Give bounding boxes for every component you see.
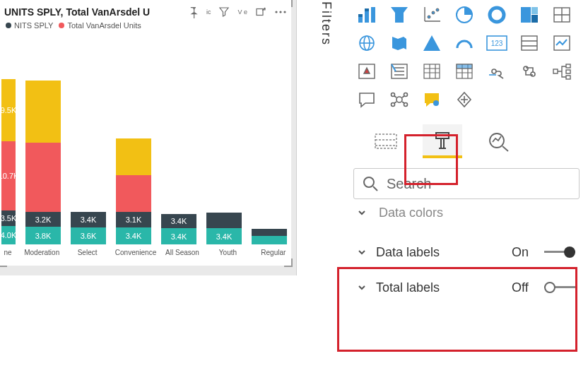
more-options-icon[interactable] [274, 6, 287, 18]
chevron-down-icon [358, 248, 368, 256]
viz-custom-icon[interactable] [451, 88, 478, 112]
svg-text:123: 123 [491, 40, 503, 47]
data-labels-toggle[interactable] [544, 247, 575, 257]
visual-title: UNITS SPLY, Total VanArsdel U [4, 6, 187, 18]
search-icon [363, 176, 378, 191]
bar-seg [25, 81, 61, 143]
viz-arcgis-icon[interactable] [418, 31, 445, 55]
fields-tab[interactable] [366, 124, 406, 158]
format-tab[interactable] [423, 124, 462, 158]
bar-seg: 3.4K [206, 228, 242, 244]
svg-point-47 [364, 177, 374, 187]
total-labels-toggle[interactable] [544, 283, 575, 292]
x-axis-label: Regular [256, 249, 291, 256]
bar-seg: 3.2K [25, 212, 61, 227]
svg-rect-0 [257, 9, 263, 16]
viz-multirow-card-icon[interactable] [516, 31, 543, 55]
viz-card-icon[interactable]: 123 [483, 31, 510, 55]
svg-point-41 [404, 93, 408, 97]
svg-point-33 [524, 66, 528, 71]
viz-stacked-bar-icon[interactable] [353, 3, 380, 27]
viz-qa-icon[interactable] [418, 88, 445, 112]
bar-seg [206, 213, 242, 228]
viz-comment-icon[interactable] [353, 88, 380, 112]
bar-seg [116, 138, 151, 175]
format-search[interactable]: Search [353, 168, 580, 199]
svg-point-39 [396, 97, 402, 102]
viz-slicer-icon[interactable] [386, 59, 413, 83]
svg-point-14 [490, 8, 504, 22]
svg-point-46 [490, 133, 504, 148]
bar-seg: 3.8K [25, 227, 61, 244]
bar-seg: 3.4K [161, 214, 196, 228]
svg-point-2 [279, 11, 281, 13]
svg-rect-8 [365, 8, 369, 11]
viz-table-icon[interactable] [418, 59, 445, 83]
pin-icon[interactable] [187, 6, 199, 18]
viz-map-icon[interactable] [548, 3, 575, 27]
svg-point-32 [492, 69, 496, 73]
visual-header: UNITS SPLY, Total VanArsdel U ic V e [0, 0, 291, 21]
bar-seg [25, 143, 61, 212]
viz-donut-icon[interactable] [483, 3, 510, 27]
svg-marker-21 [423, 35, 440, 51]
svg-rect-29 [424, 64, 440, 78]
svg-rect-4 [358, 17, 363, 23]
x-axis-label: Youth [210, 249, 245, 256]
svg-point-12 [436, 8, 439, 11]
svg-rect-31 [457, 64, 472, 69]
viz-filled-map-icon[interactable] [386, 31, 413, 55]
x-axis-label: Moderation [24, 249, 59, 256]
x-axis-label: Select [69, 249, 105, 256]
visualization-gallery: 123 [353, 3, 580, 112]
svg-point-10 [428, 16, 430, 18]
analytics-tab[interactable] [479, 124, 519, 158]
viz-globe-icon[interactable] [353, 31, 380, 55]
viz-gauge-icon[interactable] [451, 31, 478, 55]
svg-rect-5 [365, 11, 369, 23]
viz-funnel-icon[interactable] [386, 3, 413, 27]
chart-plot-area: 4.0K 3.5K 10.7K 9.5K 3.8K 3.2K 3.6K [0, 32, 286, 244]
svg-rect-36 [566, 64, 570, 68]
bar-seg: 4.0K [1, 226, 16, 244]
visual-legend: NITS SPLY Total VanArsdel Units [0, 21, 291, 30]
viz-key-influencer-icon[interactable] [386, 88, 413, 112]
stacked-column-visual[interactable]: UNITS SPLY, Total VanArsdel U ic V e [0, 0, 291, 266]
report-canvas: UNITS SPLY, Total VanArsdel U ic V e [0, 0, 297, 275]
svg-rect-35 [553, 69, 558, 73]
viz-scatter-icon[interactable] [418, 3, 445, 27]
svg-point-40 [392, 93, 395, 97]
svg-rect-15 [521, 7, 531, 23]
prop-total-labels[interactable]: Total labels Off [353, 270, 580, 305]
bar-seg [252, 229, 287, 236]
bar-seg: 3.4K [71, 212, 106, 227]
bar-seg [116, 175, 151, 212]
header-mini-1: ic [206, 9, 211, 16]
viz-kpi-icon[interactable] [548, 31, 575, 55]
viz-treemap-icon[interactable] [516, 3, 543, 27]
viz-pie-icon[interactable] [451, 3, 478, 27]
viz-r-icon[interactable] [483, 59, 510, 83]
filters-pane-label[interactable]: Filters [305, 0, 334, 106]
svg-point-11 [432, 11, 435, 14]
focus-mode-icon[interactable] [254, 6, 267, 18]
svg-point-34 [531, 72, 535, 76]
svg-marker-9 [391, 7, 408, 23]
prop-data-labels[interactable]: Data labels On [353, 235, 580, 270]
bar-seg: 3.1K [116, 212, 151, 227]
prop-data-colors[interactable]: Data colors [353, 205, 580, 220]
bar-seg: 10.7K [1, 141, 16, 210]
viz-matrix-icon[interactable] [451, 59, 478, 83]
viz-py-icon[interactable] [516, 59, 543, 83]
bar-seg: 3.6K [71, 227, 106, 244]
header-mini-2: V e [237, 9, 247, 16]
viz-kpi2-icon[interactable] [353, 59, 380, 83]
pane-tabs [366, 124, 580, 158]
svg-rect-17 [531, 15, 538, 23]
svg-point-42 [392, 103, 395, 107]
filter-icon[interactable] [218, 6, 230, 18]
viz-decomp-icon[interactable] [548, 59, 575, 83]
bar-seg: 3.4K [161, 228, 196, 244]
chevron-down-icon [358, 283, 368, 292]
svg-rect-7 [358, 14, 363, 17]
